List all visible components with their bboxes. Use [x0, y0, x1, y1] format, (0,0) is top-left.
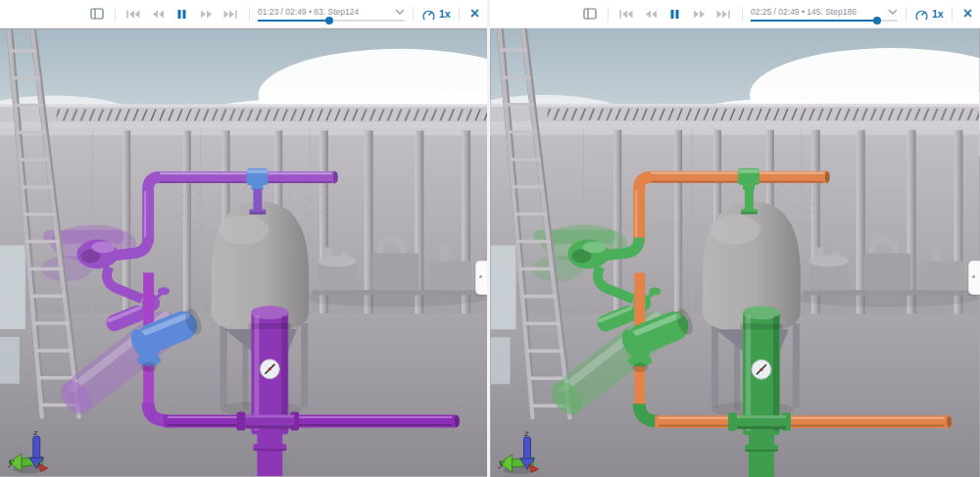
step-selector[interactable]: 01:23 / 02:49 • 83. Step124: [258, 7, 405, 22]
toolbar-divider: [906, 7, 906, 22]
playback-toolbar-left: 01:23 / 02:49 • 83. Step124 1x ×: [0, 0, 487, 28]
rewind-button[interactable]: [148, 3, 168, 24]
playback-controls: [616, 3, 734, 24]
split-view-icon[interactable]: [580, 3, 600, 24]
panel-edge-handle[interactable]: [475, 261, 487, 295]
playback-speed-button[interactable]: 1x: [914, 8, 944, 21]
toolbar-divider: [115, 7, 116, 22]
skip-to-end-button[interactable]: [714, 3, 734, 24]
step-label: 01:23 / 02:49 • 83. Step124: [258, 7, 359, 17]
3d-scene: [0, 28, 487, 477]
toolbar-divider: [413, 7, 414, 22]
timeline-thumb[interactable]: [325, 17, 333, 24]
skip-to-start-button[interactable]: [616, 3, 636, 24]
step-selector[interactable]: 02:25 / 02:49 • 145. Step186: [751, 7, 898, 22]
toolbar-divider: [459, 7, 460, 22]
rewind-button[interactable]: [641, 3, 661, 24]
toolbar-divider: [608, 7, 609, 22]
skip-to-end-button[interactable]: [221, 3, 241, 24]
dual-view-player: 01:23 / 02:49 • 83. Step124 1x ×: [0, 0, 980, 477]
chevron-down-icon: [888, 9, 898, 15]
view-pane-left: 01:23 / 02:49 • 83. Step124 1x ×: [0, 0, 490, 477]
3d-viewport-left[interactable]: [0, 28, 487, 477]
timeline-slider[interactable]: [751, 20, 898, 22]
pause-button[interactable]: [172, 3, 192, 24]
step-label: 02:25 / 02:49 • 145. Step186: [751, 7, 857, 17]
speed-label: 1x: [932, 8, 944, 20]
playback-toolbar-right: 02:25 / 02:49 • 145. Step186 1x ×: [490, 0, 980, 28]
skip-to-start-button[interactable]: [123, 3, 143, 24]
chevron-down-icon: [395, 9, 405, 15]
split-view-icon[interactable]: [87, 3, 107, 24]
view-pane-right: 02:25 / 02:49 • 145. Step186 1x ×: [490, 0, 980, 477]
fast-forward-button[interactable]: [690, 3, 710, 24]
3d-scene: [490, 28, 980, 477]
3d-viewport-right[interactable]: [490, 28, 980, 477]
pause-button[interactable]: [665, 3, 685, 24]
timeline-slider[interactable]: [258, 20, 405, 22]
timeline-thumb[interactable]: [873, 17, 881, 24]
panel-edge-handle[interactable]: [968, 261, 980, 295]
toolbar-divider: [249, 7, 250, 22]
toolbar-divider: [952, 7, 953, 22]
toolbar-divider: [742, 7, 743, 22]
speed-label: 1x: [439, 8, 451, 20]
close-button[interactable]: ×: [467, 6, 482, 22]
timeline-progress: [751, 20, 877, 22]
close-button[interactable]: ×: [960, 6, 975, 22]
playback-speed-gauge-icon: [914, 8, 929, 21]
fast-forward-button[interactable]: [197, 3, 217, 24]
timeline-progress: [258, 20, 330, 22]
playback-speed-gauge-icon: [421, 8, 436, 21]
playback-controls: [123, 3, 241, 24]
playback-speed-button[interactable]: 1x: [421, 8, 451, 21]
